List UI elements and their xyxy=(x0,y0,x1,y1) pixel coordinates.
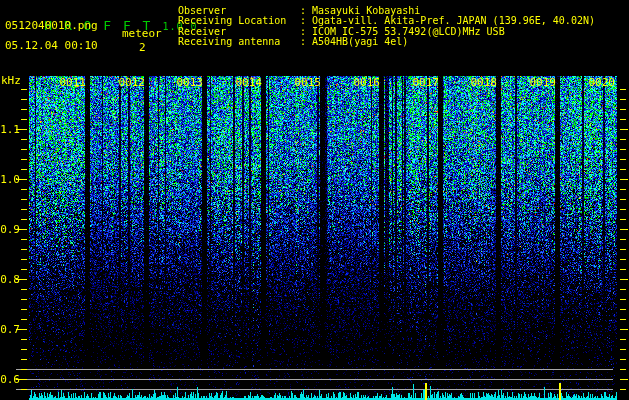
freq-minor-tick xyxy=(21,299,27,300)
freq-minor-tick xyxy=(21,209,27,210)
freq-minor-tick xyxy=(620,359,626,360)
info-value: A504HB(yagi 4el) xyxy=(312,37,408,47)
freq-minor-tick xyxy=(21,289,27,290)
freq-tick-label: 1.0 xyxy=(0,174,20,185)
freq-tick-label: 0.6 xyxy=(0,374,20,385)
time-label: 0012 xyxy=(113,77,145,88)
freq-major-tick xyxy=(620,379,628,380)
freq-minor-tick xyxy=(21,389,27,390)
meteor-count: 2 xyxy=(139,41,146,54)
freq-minor-tick xyxy=(21,249,27,250)
freq-tick-label: 1.1 xyxy=(0,124,20,135)
freq-minor-tick xyxy=(620,339,626,340)
freq-minor-tick xyxy=(620,199,626,200)
freq-minor-tick xyxy=(620,309,626,310)
freq-tick-label: 0.9 xyxy=(0,224,20,235)
freq-minor-tick xyxy=(620,169,626,170)
freq-minor-tick xyxy=(620,249,626,250)
time-label: 0013 xyxy=(171,77,203,88)
freq-minor-tick xyxy=(620,299,626,300)
time-label: 0011 xyxy=(54,77,86,88)
freq-minor-tick xyxy=(21,109,27,110)
freq-minor-tick xyxy=(620,139,626,140)
freq-minor-tick xyxy=(620,119,626,120)
freq-minor-tick xyxy=(620,219,626,220)
freq-minor-tick xyxy=(21,269,27,270)
freq-minor-tick xyxy=(21,199,27,200)
datetime-label: 05.12.04 00:10 xyxy=(5,39,98,52)
freq-major-tick xyxy=(620,329,628,330)
freq-minor-tick xyxy=(21,159,27,160)
time-label: 0019 xyxy=(524,77,556,88)
freq-minor-tick xyxy=(21,349,27,350)
freq-minor-tick xyxy=(620,239,626,240)
freq-tick-label: 0.8 xyxy=(0,274,20,285)
info-row-antenna: Receiving antenna:A504HB(yagi 4el) xyxy=(178,37,595,47)
spectrogram-canvas xyxy=(0,0,629,400)
freq-minor-tick xyxy=(620,389,626,390)
hrofft-screen: H R O F F T1.0.0 0512040010.png meteor 0… xyxy=(0,0,629,400)
freq-minor-tick xyxy=(620,209,626,210)
freq-minor-tick xyxy=(620,159,626,160)
freq-minor-tick xyxy=(620,269,626,270)
freq-minor-tick xyxy=(21,139,27,140)
info-separator: : xyxy=(300,37,312,47)
freq-minor-tick xyxy=(21,259,27,260)
freq-minor-tick xyxy=(620,289,626,290)
freq-minor-tick xyxy=(21,369,27,370)
freq-minor-tick xyxy=(21,89,27,90)
freq-minor-tick xyxy=(620,109,626,110)
freq-major-tick xyxy=(620,229,628,230)
freq-axis-unit: kHz xyxy=(1,74,21,87)
freq-minor-tick xyxy=(21,319,27,320)
freq-minor-tick xyxy=(620,89,626,90)
freq-major-tick xyxy=(620,279,628,280)
freq-minor-tick xyxy=(21,359,27,360)
freq-minor-tick xyxy=(620,349,626,350)
freq-minor-tick xyxy=(620,189,626,190)
freq-minor-tick xyxy=(21,119,27,120)
freq-minor-tick xyxy=(620,369,626,370)
freq-minor-tick xyxy=(21,339,27,340)
freq-minor-tick xyxy=(620,99,626,100)
mode-label: meteor xyxy=(122,27,162,40)
freq-major-tick xyxy=(620,129,628,130)
freq-minor-tick xyxy=(21,219,27,220)
time-label: 0020 xyxy=(583,77,615,88)
station-info: Observer:Masayuki Kobayashi Receiving Lo… xyxy=(178,6,595,48)
output-filename: 0512040010.png xyxy=(5,19,98,32)
info-label: Receiving antenna xyxy=(178,37,300,47)
time-label: 0014 xyxy=(230,77,262,88)
freq-minor-tick xyxy=(620,319,626,320)
freq-minor-tick xyxy=(21,99,27,100)
freq-minor-tick xyxy=(21,149,27,150)
time-label: 0018 xyxy=(465,77,497,88)
time-label: 0017 xyxy=(407,77,439,88)
freq-minor-tick xyxy=(620,149,626,150)
freq-minor-tick xyxy=(21,189,27,190)
time-label: 0015 xyxy=(289,77,321,88)
freq-tick-label: 0.7 xyxy=(0,324,20,335)
freq-minor-tick xyxy=(620,259,626,260)
time-label: 0016 xyxy=(348,77,380,88)
freq-minor-tick xyxy=(21,169,27,170)
freq-minor-tick xyxy=(21,239,27,240)
freq-major-tick xyxy=(620,179,628,180)
freq-minor-tick xyxy=(21,309,27,310)
